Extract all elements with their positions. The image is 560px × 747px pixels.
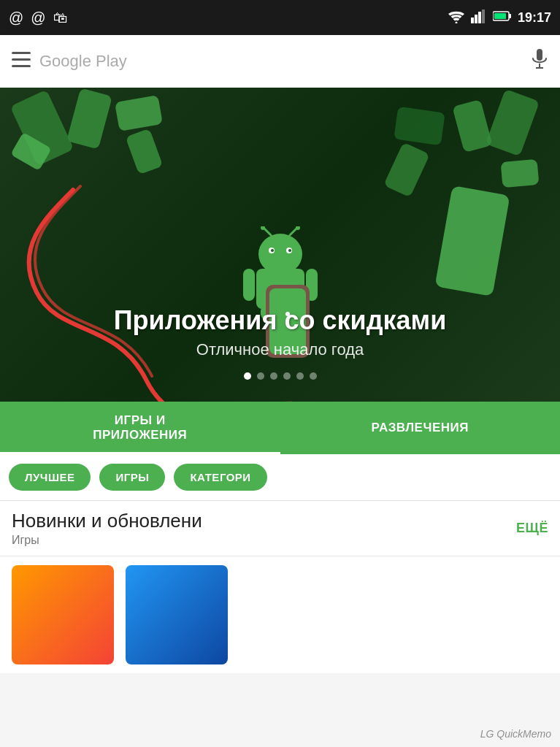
section-header: Новинки и обновлени Игры ЕЩЁ xyxy=(0,501,560,556)
shop-icon: 🛍 xyxy=(53,9,68,26)
at-icon-1: @ xyxy=(9,9,23,26)
svg-rect-6 xyxy=(509,14,511,18)
signal-icon xyxy=(471,9,487,27)
banner: Приложения со скидками Отличное начало г… xyxy=(0,88,560,402)
banner-subtitle: Отличное начало года xyxy=(196,340,364,359)
status-bar: @ @ 🛍 19:1 xyxy=(0,0,560,35)
battery-icon xyxy=(493,10,512,26)
section-title-group: Новинки и обновлени Игры xyxy=(12,510,202,547)
svg-point-0 xyxy=(455,21,457,23)
svg-rect-1 xyxy=(471,18,474,23)
search-placeholder[interactable]: Google Play xyxy=(39,52,522,71)
dot-5 xyxy=(296,372,304,380)
dot-4 xyxy=(283,372,291,380)
svg-point-17 xyxy=(271,249,274,252)
tab-bar: ИГРЫ ИПРИЛОЖЕНИЯ РАЗВЛЕЧЕНИЯ xyxy=(0,402,560,454)
svg-point-14 xyxy=(258,234,302,275)
banner-title: Приложения со скидками xyxy=(114,304,447,336)
filter-best[interactable]: ЛУЧШЕЕ xyxy=(9,464,91,491)
filter-row: ЛУЧШЕЕ ИГРЫ КАТЕГОРИ xyxy=(0,454,560,501)
section-more-button[interactable]: ЕЩЁ xyxy=(516,521,548,536)
app-card-2[interactable] xyxy=(126,565,228,664)
quickmemo-watermark: LG QuickMemo xyxy=(480,728,551,740)
tab-games-apps[interactable]: ИГРЫ ИПРИЛОЖЕНИЯ xyxy=(0,402,280,454)
svg-rect-8 xyxy=(12,52,31,54)
tab-entertainment-label: РАЗВЛЕЧЕНИЯ xyxy=(372,421,469,435)
at-icon-2: @ xyxy=(31,9,45,26)
svg-point-18 xyxy=(288,249,291,252)
filter-games[interactable]: ИГРЫ xyxy=(99,464,165,491)
status-time: 19:17 xyxy=(518,10,551,26)
status-icons-right: 19:17 xyxy=(448,9,551,27)
status-icons-left: @ @ 🛍 xyxy=(9,9,68,26)
tab-games-apps-label: ИГРЫ ИПРИЛОЖЕНИЯ xyxy=(93,413,187,443)
section-subtitle: Игры xyxy=(12,534,202,547)
hamburger-menu-icon[interactable] xyxy=(12,50,31,73)
filter-categories[interactable]: КАТЕГОРИ xyxy=(174,464,266,491)
dot-2 xyxy=(257,372,264,380)
wifi-icon xyxy=(448,9,465,27)
svg-rect-2 xyxy=(475,15,477,23)
tab-entertainment[interactable]: РАЗВЛЕЧЕНИЯ xyxy=(280,402,561,454)
svg-rect-11 xyxy=(537,49,542,61)
svg-rect-3 xyxy=(478,12,481,23)
search-bar: Google Play xyxy=(0,35,560,88)
section-title: Новинки и обновлени xyxy=(12,510,202,532)
banner-dots-indicator xyxy=(244,372,317,380)
app-list-row xyxy=(0,556,560,673)
svg-rect-9 xyxy=(12,58,31,61)
svg-rect-10 xyxy=(12,65,31,67)
app-card-1[interactable] xyxy=(12,565,114,664)
dot-6 xyxy=(310,372,317,380)
dot-1 xyxy=(244,372,251,380)
svg-rect-7 xyxy=(494,13,506,19)
svg-rect-24 xyxy=(243,269,255,301)
dot-3 xyxy=(270,372,277,380)
microphone-icon[interactable] xyxy=(531,49,548,74)
svg-rect-4 xyxy=(482,9,485,23)
